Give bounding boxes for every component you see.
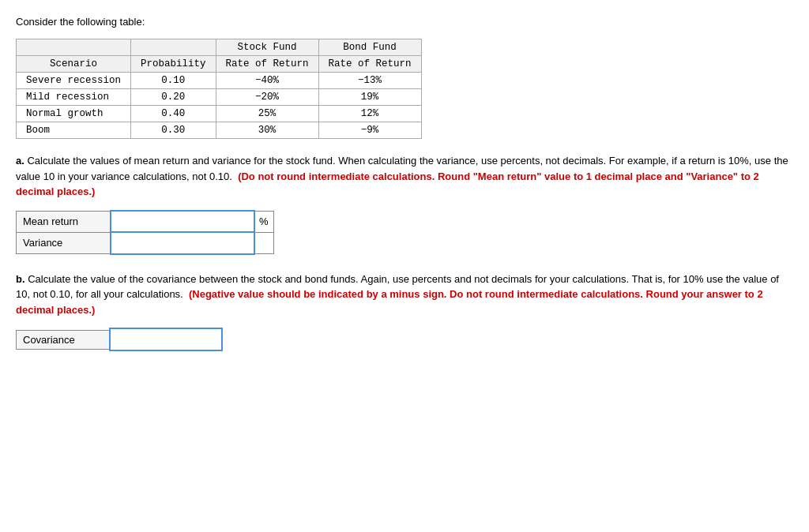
- cell-bond-rate: 12%: [318, 106, 421, 122]
- question-a-block: a. Calculate the values of mean return a…: [16, 153, 793, 254]
- col-header-stock-fund: Stock Fund: [216, 39, 318, 56]
- variance-unit: [254, 232, 274, 253]
- cell-scenario: Boom: [17, 122, 131, 139]
- cell-stock-rate: −40%: [216, 73, 318, 89]
- cell-bond-rate: 19%: [318, 89, 421, 106]
- question-a-text: a. Calculate the values of mean return a…: [16, 153, 793, 200]
- question-b-block: b. Calculate the value of the covariance…: [16, 272, 793, 351]
- covariance-input[interactable]: [111, 329, 221, 350]
- cell-stock-rate: −20%: [216, 89, 318, 106]
- data-table: Stock Fund Bond Fund Scenario Probabilit…: [16, 39, 422, 139]
- cell-probability: 0.40: [131, 106, 216, 122]
- cell-probability: 0.30: [131, 122, 216, 139]
- variance-label: Variance: [17, 232, 111, 253]
- col-sub-bond-rate: Rate of Return: [318, 56, 421, 73]
- mean-return-label: Mean return: [17, 211, 111, 232]
- variance-input[interactable]: [111, 233, 254, 253]
- cell-probability: 0.20: [131, 89, 216, 106]
- question-a-input-table: Mean return % Variance: [16, 211, 274, 254]
- covariance-input-wrap: [111, 328, 222, 350]
- variance-row: Variance: [17, 232, 274, 253]
- cell-scenario: Mild recession: [17, 89, 131, 106]
- cell-bond-rate: −13%: [318, 73, 421, 89]
- cell-stock-rate: 30%: [216, 122, 318, 139]
- cell-scenario: Severe recession: [17, 73, 131, 89]
- cell-stock-rate: 25%: [216, 106, 318, 122]
- variance-input-cell: [111, 232, 254, 253]
- covariance-label: Covariance: [16, 330, 111, 350]
- col-header-scenario: [17, 39, 131, 56]
- table-row: Mild recession 0.20 −20% 19%: [17, 89, 422, 106]
- col-sub-probability: Probability: [131, 56, 216, 73]
- col-header-bond-fund: Bond Fund: [318, 39, 421, 56]
- question-b-prefix: b.: [16, 273, 25, 285]
- mean-return-input[interactable]: [111, 212, 254, 232]
- mean-return-unit: %: [254, 211, 274, 232]
- col-sub-stock-rate: Rate of Return: [216, 56, 318, 73]
- mean-return-row: Mean return %: [17, 211, 274, 232]
- table-row: Normal growth 0.40 25% 12%: [17, 106, 422, 122]
- mean-return-input-cell: [111, 211, 254, 232]
- cell-probability: 0.10: [131, 73, 216, 89]
- question-a-prefix: a.: [16, 155, 24, 167]
- cell-scenario: Normal growth: [17, 106, 131, 122]
- covariance-row: Covariance: [16, 328, 793, 350]
- col-sub-scenario: Scenario: [17, 56, 131, 73]
- table-row: Boom 0.30 30% −9%: [17, 122, 422, 139]
- col-header-probability: [131, 39, 216, 56]
- question-b-text: b. Calculate the value of the covariance…: [16, 272, 793, 318]
- cell-bond-rate: −9%: [318, 122, 421, 139]
- table-row: Severe recession 0.10 −40% −13%: [17, 73, 422, 89]
- intro-text: Consider the following table:: [16, 16, 793, 28]
